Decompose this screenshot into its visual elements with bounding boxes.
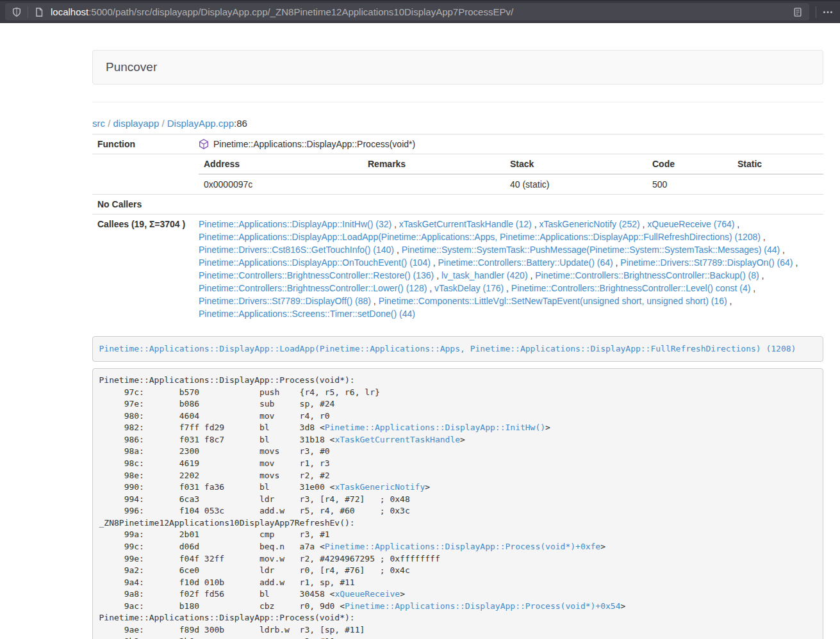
callee-separator: , <box>734 219 739 229</box>
callee-link[interactable]: xTaskGenericNotify (252) <box>539 219 639 229</box>
breadcrumb: src / displayapp / DisplayApp.cpp:86 <box>92 118 823 129</box>
url-host: localhost <box>51 6 88 17</box>
stack-value: 40 (static) <box>505 174 647 194</box>
callee-link[interactable]: Pinetime::Applications::DisplayApp::Load… <box>199 232 761 242</box>
callee-link[interactable]: xTaskGetCurrentTaskHandle (12) <box>399 219 532 229</box>
page-content: Puncover src / displayapp / DisplayApp.c… <box>92 50 823 639</box>
page-title: Puncover <box>106 60 157 74</box>
url-path: :5000/path/src/displayapp/DisplayApp.cpp… <box>88 6 513 17</box>
reader-mode-icon[interactable] <box>793 7 803 17</box>
callee-separator: , <box>532 219 539 229</box>
stats-table: Address Remarks Stack Code Static 0x0000… <box>199 154 823 194</box>
callee-separator: , <box>431 257 438 268</box>
callee-separator: , <box>793 257 798 268</box>
callee-link[interactable]: Pinetime::Drivers::St7789::DisplayOn() (… <box>620 257 793 268</box>
remarks-value <box>363 174 505 194</box>
breadcrumb-link-src[interactable]: src <box>92 118 105 129</box>
callee-separator: , <box>750 283 755 293</box>
stats-row: Address Remarks Stack Code Static 0x0000… <box>92 154 823 195</box>
function-name: Pinetime::Applications::DisplayApp::Proc… <box>213 138 415 150</box>
table-row: 0x0000097c 40 (static) 500 <box>199 174 823 194</box>
callee-link[interactable]: Pinetime::Drivers::St7789::DisplayOff() … <box>199 296 371 306</box>
url-bar[interactable]: localhost:5000/path/src/displayapp/Displ… <box>5 3 809 20</box>
callee-link[interactable]: vTaskDelay (176) <box>434 283 504 293</box>
shield-icon[interactable] <box>12 7 22 17</box>
disassembly-symbol-link[interactable]: xTaskGetCurrentTaskHandle <box>334 435 460 444</box>
disassembly-symbol-link[interactable]: xTaskGenericNotify <box>334 482 425 492</box>
function-row: Function Pinetime::Applications::Display… <box>92 134 823 154</box>
static-value <box>732 174 823 194</box>
col-remarks: Remarks <box>363 154 505 174</box>
breadcrumb-separator: / <box>161 118 164 129</box>
callee-separator: , <box>780 245 785 255</box>
callee-link[interactable]: Pinetime::Controllers::BrightnessControl… <box>535 270 759 280</box>
breadcrumb-link-displayapp[interactable]: displayapp <box>113 118 160 129</box>
col-stack: Stack <box>505 154 647 174</box>
callees-label: Callees (19, Σ=3704 ) <box>92 214 194 324</box>
signature-link[interactable]: Pinetime::Applications::DisplayApp::Load… <box>99 344 796 353</box>
no-callers-label: No Callers <box>92 195 194 214</box>
col-address: Address <box>199 154 363 174</box>
callee-separator: , <box>528 270 536 280</box>
function-label: Function <box>92 134 194 154</box>
callees-list: Pinetime::Applications::DisplayApp::Init… <box>194 214 823 324</box>
callee-link[interactable]: Pinetime::Controllers::Battery::Update()… <box>438 257 613 268</box>
callee-link[interactable]: Pinetime::Controllers::BrightnessControl… <box>511 283 750 293</box>
page-icon[interactable] <box>34 7 44 17</box>
function-table: Function Pinetime::Applications::Display… <box>92 134 823 323</box>
col-static: Static <box>732 154 823 174</box>
col-code: Code <box>647 154 732 174</box>
callee-link[interactable]: Pinetime::Applications::DisplayApp::OnTo… <box>199 257 431 268</box>
code-value: 500 <box>647 174 732 194</box>
app-title-panel: Puncover <box>92 50 823 85</box>
breadcrumb-link-file[interactable]: DisplayApp.cpp <box>167 118 234 129</box>
disassembly-symbol-link[interactable]: Pinetime::Applications::DisplayApp::Init… <box>325 423 545 432</box>
disassembly-box: Pinetime::Applications::DisplayApp::Proc… <box>92 368 823 639</box>
toolbar-divider <box>816 6 816 18</box>
callee-separator: , <box>394 245 402 255</box>
callee-separator: , <box>391 219 399 229</box>
callee-link[interactable]: Pinetime::System::SystemTask::PushMessag… <box>402 245 780 255</box>
callee-separator: , <box>434 270 441 280</box>
package-icon <box>199 139 209 149</box>
signature-box: Pinetime::Applications::DisplayApp::Load… <box>92 336 823 362</box>
url-text[interactable]: localhost:5000/path/src/displayapp/Displ… <box>51 6 793 17</box>
callee-link[interactable]: Pinetime::Drivers::Cst816S::GetTouchInfo… <box>199 245 394 255</box>
disassembly-symbol-link[interactable]: Pinetime::Applications::DisplayApp::Proc… <box>345 601 620 611</box>
callee-link[interactable]: Pinetime::Controllers::BrightnessControl… <box>199 270 434 280</box>
callee-separator: , <box>761 232 766 242</box>
callee-link[interactable]: Pinetime::Applications::DisplayApp::Init… <box>199 219 391 229</box>
breadcrumb-line-number: :86 <box>234 118 247 129</box>
callees-row: Callees (19, Σ=3704 ) Pinetime::Applicat… <box>92 214 823 324</box>
callee-separator: , <box>727 296 732 306</box>
browser-toolbar: localhost:5000/path/src/displayapp/Displ… <box>0 0 840 23</box>
disassembly-symbol-link[interactable]: xQueueReceive <box>334 589 400 599</box>
address-value: 0x0000097c <box>199 174 363 194</box>
no-callers-row: No Callers <box>92 195 823 214</box>
callee-separator: , <box>613 257 621 268</box>
disassembly-symbol-link[interactable]: Pinetime::Applications::DisplayApp::Proc… <box>325 542 600 551</box>
callee-separator: , <box>504 283 511 293</box>
callee-link[interactable]: lv_task_handler (420) <box>441 270 528 280</box>
callee-link[interactable]: xQueueReceive (764) <box>647 219 734 229</box>
breadcrumb-separator: / <box>108 118 110 129</box>
callee-separator: , <box>371 296 379 306</box>
menu-icon[interactable] <box>822 7 834 17</box>
callee-link[interactable]: Pinetime::Components::LittleVgl::SetNewT… <box>379 296 727 306</box>
callee-separator: , <box>759 270 764 280</box>
callee-separator: , <box>427 283 434 293</box>
toolbar-divider <box>28 6 28 18</box>
callee-link[interactable]: Pinetime::Controllers::BrightnessControl… <box>199 283 427 293</box>
callee-link[interactable]: Pinetime::Applications::Screens::Timer::… <box>199 309 415 319</box>
callee-separator: , <box>640 219 648 229</box>
divider <box>92 102 823 102</box>
